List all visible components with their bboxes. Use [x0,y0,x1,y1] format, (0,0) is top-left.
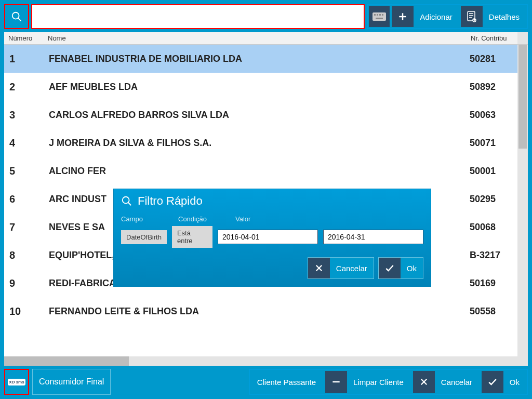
cell-numero: 7 [4,221,44,233]
cell-nif: B-3217 [467,250,517,261]
cell-nif: 50063 [467,110,517,121]
cell-nif: 50071 [467,138,517,149]
cliente-passante-button[interactable]: Cliente Passante [251,371,322,393]
svg-line-1 [18,18,21,21]
ok-label: Ok [503,378,526,387]
grid: Número Nome Nr. Contribu 1FENABEL INDUST… [4,32,528,366]
add-label: Adicionar [414,12,459,21]
value-to-input[interactable] [323,230,423,244]
cell-numero: 3 [4,109,44,121]
close-icon [314,263,324,273]
scroll-gutter [517,32,528,44]
quick-filter-dialog: Filtro Rápido Campo Condição Valor DateO… [114,189,431,286]
cell-nif: 50295 [467,194,517,205]
check-icon [487,377,498,387]
table-row[interactable]: 10FERNANDO LEITE & FILHOS LDA50558 [4,297,517,325]
spacer [114,369,245,395]
ok-button[interactable]: Ok [482,371,526,393]
cell-nif: 50558 [467,306,517,317]
col-header-nome[interactable]: Nome [44,32,467,44]
svg-rect-7 [376,18,383,19]
label-campo: Campo [121,215,171,223]
grid-header: Número Nome Nr. Contribu [4,32,528,45]
cell-nif: 50068 [467,222,517,233]
dialog-cancel-label: Cancelar [330,264,374,273]
details-label: Detalhes [483,12,526,21]
horizontal-scroll-thumb[interactable] [4,356,129,366]
cell-numero: 1 [4,53,44,65]
cell-nome: FENABEL INDUSTRIA DE MOBILIARIO LDA [44,54,467,64]
dialog-ok-button[interactable]: Ok [378,257,423,279]
logo-icon: XD sms [8,379,25,385]
add-button[interactable]: Adicionar [392,6,459,27]
svg-line-17 [128,203,131,206]
top-bar: Adicionar * Detalhes [4,4,528,29]
table-row[interactable]: 2AEF MEUBLES LDA50892 [4,73,517,101]
dialog-cancel-button[interactable]: Cancelar [308,257,374,279]
svg-rect-3 [374,14,376,16]
field-select[interactable]: DateOfBirth [121,230,167,244]
cell-numero: 5 [4,165,44,177]
cell-numero: 9 [4,277,44,289]
label-condicao: Condição [178,215,228,223]
cell-numero: 6 [4,193,44,205]
limpar-label: Limpar Cliente [347,378,410,387]
cell-nome: CARLOS ALFREDO BARROS SILVA LDA [44,110,467,121]
top-button-group: Adicionar * Detalhes [367,4,528,29]
value-from-input[interactable] [218,230,318,244]
cell-nif: 50169 [467,278,517,289]
cell-nif: 50892 [467,82,517,92]
grid-body: 1FENABEL INDUSTRIA DE MOBILIARIO LDA5028… [4,45,528,356]
cancel-button[interactable]: Cancelar [413,371,478,393]
table-row[interactable]: 1FENABEL INDUSTRIA DE MOBILIARIO LDA5028… [4,45,517,73]
bottom-button-group: Cliente Passante Limpar Cliente Cancelar… [249,369,528,395]
logo-button[interactable]: XD sms [4,369,29,395]
cell-nif: 50281 [467,54,517,64]
search-input-wrap [31,4,365,29]
dialog-ok-label: Ok [401,264,423,273]
consumidor-final-button[interactable]: Consumidor Final [32,369,111,395]
svg-text:*: * [474,19,475,22]
svg-rect-6 [382,14,383,16]
keyboard-button[interactable] [369,6,390,27]
vertical-scrollbar[interactable] [517,45,528,356]
cell-numero: 2 [4,81,44,93]
close-icon [419,377,429,387]
svg-rect-2 [373,12,386,21]
table-row[interactable]: 5ALCINO FER50001 [4,157,517,185]
limpar-cliente-button[interactable]: Limpar Cliente [325,371,410,393]
dialog-title-bar: Filtro Rápido [114,189,431,213]
cancel-label: Cancelar [435,378,478,387]
horizontal-scrollbar[interactable] [4,356,528,366]
cell-numero: 8 [4,249,44,261]
plus-icon [397,11,408,22]
search-input[interactable] [32,5,364,28]
search-icon [11,11,22,22]
cell-numero: 10 [4,305,44,317]
cell-numero: 4 [4,137,44,149]
minus-icon [331,377,341,387]
svg-rect-5 [379,14,381,16]
cliente-passante-label: Cliente Passante [251,378,322,387]
label-valor: Valor [235,215,423,223]
col-header-numero[interactable]: Número [4,32,44,44]
condition-select[interactable]: Está entre [172,226,212,248]
keyboard-icon [373,12,386,21]
cell-nome: FERNANDO LEITE & FILHOS LDA [44,306,467,317]
check-icon [384,263,395,273]
col-header-nif[interactable]: Nr. Contribu [467,32,517,44]
details-icon: * [467,11,477,22]
vertical-scroll-thumb[interactable] [518,45,527,149]
details-button[interactable]: * Detalhes [461,6,526,27]
svg-point-0 [12,12,19,19]
search-button[interactable] [4,4,29,29]
table-row[interactable]: 3CARLOS ALFREDO BARROS SILVA LDA50063 [4,101,517,129]
bottom-bar: XD sms Consumidor Final Cliente Passante… [4,369,528,395]
svg-point-16 [123,197,129,204]
cell-nome: AEF MEUBLES LDA [44,82,467,92]
dialog-title: Filtro Rápido [138,194,203,208]
table-row[interactable]: 4J MOREIRA DA SILVA & FILHOS S.A.50071 [4,129,517,157]
search-icon [121,195,132,207]
svg-rect-4 [377,14,378,16]
cell-nome: ALCINO FER [44,166,467,177]
